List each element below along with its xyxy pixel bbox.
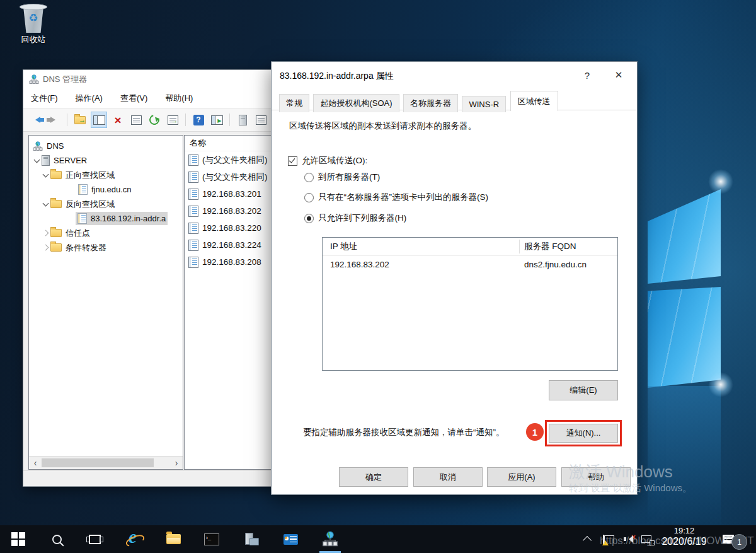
record-label: 192.168.83.220: [202, 223, 261, 233]
delete-icon[interactable]: ×: [110, 112, 125, 127]
tab-name-servers[interactable]: 名称服务器: [403, 94, 458, 112]
zone-icon: [78, 184, 88, 195]
forward-icon[interactable]: [47, 112, 62, 127]
chevron-collapsed-icon[interactable]: [40, 231, 50, 235]
file-explorer-button[interactable]: [158, 525, 188, 553]
radio-to-any-server[interactable]: 到所有服务器(T): [304, 172, 380, 183]
activation-watermark-line1: 激活 Windows: [569, 461, 673, 483]
menu-help[interactable]: 帮助(H): [165, 93, 193, 104]
wallpaper-glow-lower: [648, 386, 721, 525]
server-icon: [42, 155, 50, 166]
chevron-expanded-icon[interactable]: [40, 174, 50, 177]
tree-item-reverse-zone-selected[interactable]: 83.168.192.in-addr.a: [29, 211, 183, 226]
tree-item-forward-zones[interactable]: 正向查找区域: [29, 168, 183, 182]
tree-item-conditional-forwarders[interactable]: 条件转发器: [29, 240, 183, 255]
radio-selected-icon[interactable]: [304, 214, 314, 223]
checkbox-checked-icon[interactable]: [288, 156, 297, 166]
server-manager-button[interactable]: [236, 525, 266, 553]
record-icon: [188, 240, 198, 251]
menu-file[interactable]: 文件(F): [31, 93, 58, 104]
server-fqdn: dns2.fjnu.edu.cn: [519, 260, 587, 269]
refresh-icon[interactable]: [147, 112, 162, 127]
ok-button[interactable]: 确定: [339, 467, 408, 487]
show-window-icon[interactable]: [209, 112, 224, 127]
close-icon[interactable]: ✕: [608, 66, 629, 84]
tree-label: 83.168.192.in-addr.a: [91, 214, 166, 223]
tree-item-server[interactable]: SERVER: [29, 153, 183, 168]
wallpaper-window-pane-top: [648, 189, 721, 284]
recycle-bin[interactable]: 回收站: [11, 6, 55, 45]
scroll-left-icon[interactable]: ‹: [29, 457, 42, 469]
toolbar-separator: [229, 114, 230, 126]
tree-item-fjnu-zone[interactable]: fjnu.edu.cn: [29, 182, 183, 197]
tray-expand-button[interactable]: [575, 525, 600, 553]
dialog-help-button[interactable]: ?: [576, 66, 598, 84]
export-list-icon[interactable]: [165, 112, 180, 127]
back-icon[interactable]: [28, 112, 43, 127]
record-icon: [188, 172, 198, 183]
internet-explorer-button[interactable]: [119, 525, 149, 553]
scroll-right-icon[interactable]: ›: [170, 457, 183, 469]
cancel-button[interactable]: 取消: [413, 467, 483, 487]
annotation-step-badge: 1: [526, 423, 544, 441]
command-prompt-button[interactable]: [197, 525, 227, 553]
radio-name-servers-tab[interactable]: 只有在“名称服务器”选项卡中列出的服务器(S): [304, 192, 488, 203]
wallpaper-flare-bottom: [708, 372, 733, 397]
allowed-servers-listbox[interactable]: IP 地址 服务器 FQDN 192.168.83.202 dns2.fjnu.…: [322, 237, 618, 371]
show-console-tree-icon[interactable]: [91, 112, 107, 128]
dns-window-title: DNS 管理器: [43, 74, 87, 85]
tree-label: 反向查找区域: [66, 199, 115, 210]
tab-soa[interactable]: 起始授权机构(SOA): [313, 94, 399, 112]
menu-view[interactable]: 查看(V): [120, 93, 147, 104]
checkbox-label: 允许区域传送(O):: [302, 155, 367, 166]
dns-manager-taskbar-button[interactable]: [315, 525, 345, 553]
dns-manager-icon: [322, 531, 338, 547]
menu-action[interactable]: 操作(A): [76, 93, 103, 104]
apply-button[interactable]: 应用(A): [487, 467, 556, 487]
command-prompt-icon: [204, 533, 219, 545]
tab-wins-r[interactable]: WINS-R: [462, 96, 506, 112]
start-button[interactable]: [3, 525, 33, 553]
toolbar-separator: [67, 114, 67, 126]
radio-only-listed-servers[interactable]: 只允许到下列服务器(H): [304, 212, 406, 224]
server-icon[interactable]: [235, 112, 250, 127]
tree-item-trust-points[interactable]: 信任点: [29, 226, 183, 240]
chevron-expanded-icon[interactable]: [32, 160, 42, 162]
task-view-button[interactable]: [79, 525, 110, 553]
tree-label: 信任点: [66, 228, 90, 239]
dialog-tabs: 常规 起始授权机构(SOA) 名称服务器 WINS-R 区域传送: [272, 92, 637, 110]
radio-label: 只允许到下列服务器(H): [318, 212, 406, 224]
chevron-expanded-icon[interactable]: [40, 203, 50, 206]
radio-unselected-icon[interactable]: [304, 193, 314, 202]
search-icon: [52, 535, 62, 544]
radio-unselected-icon[interactable]: [304, 173, 314, 182]
record-label: 192.168.83.224: [202, 240, 261, 250]
column-header-label: 名称: [190, 137, 206, 149]
scrollbar-thumb[interactable]: [42, 458, 154, 467]
record-icon: [188, 257, 198, 268]
help-icon[interactable]: [191, 112, 206, 127]
up-level-icon[interactable]: [72, 112, 88, 127]
server-row[interactable]: 192.168.83.202 dns2.fjnu.edu.cn: [323, 256, 617, 273]
record-label: (与父文件夹相同): [202, 172, 268, 183]
radio-label: 只有在“名称服务器”选项卡中列出的服务器(S): [318, 192, 488, 203]
tree-item-dns-root[interactable]: DNS: [29, 139, 183, 153]
record-list-icon[interactable]: [253, 112, 268, 127]
edit-button[interactable]: 编辑(E): [549, 380, 618, 400]
search-button[interactable]: [42, 525, 72, 553]
wallpaper-window-pane-bottom: [648, 287, 721, 388]
tab-zone-transfers[interactable]: 区域传送: [510, 91, 558, 111]
chevron-collapsed-icon[interactable]: [40, 245, 50, 250]
properties-icon[interactable]: [129, 112, 144, 127]
computer-management-button[interactable]: [275, 525, 306, 553]
server-manager-icon: [244, 533, 259, 545]
clock-time: 19:12: [654, 526, 714, 535]
tree-horizontal-scrollbar[interactable]: ‹ ›: [29, 456, 183, 469]
tree-item-reverse-zones[interactable]: 反向查找区域: [29, 197, 183, 211]
folder-icon: [50, 229, 62, 237]
tab-general[interactable]: 常规: [279, 94, 309, 112]
notification-count-badge: 1: [731, 534, 747, 550]
activation-watermark-line2: 转到“设置”以激活 Windows。: [569, 482, 692, 494]
notify-button[interactable]: 通知(N)...: [549, 424, 618, 443]
allow-zone-transfer-checkbox[interactable]: 允许区域传送(O):: [288, 155, 367, 166]
